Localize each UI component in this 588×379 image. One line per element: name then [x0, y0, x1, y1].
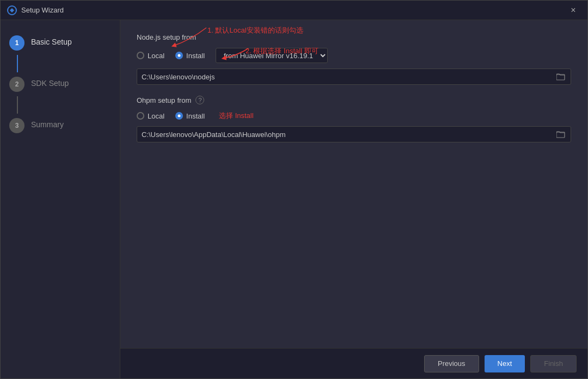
next-button[interactable]: Next	[485, 355, 525, 372]
annotation-region: 1. 默认Local安装错的话则勾选 Node.js setup from	[137, 33, 571, 85]
ohpm-local-radio[interactable]	[137, 112, 144, 120]
nodejs-install-option[interactable]: Install	[175, 52, 205, 60]
app-icon	[7, 5, 17, 15]
sidebar-item-basic-setup[interactable]: 1 Basic Setup	[1, 31, 120, 55]
ohpm-section: Ohpm setup from ? Local Install	[137, 96, 571, 142]
main-layout: 1 Basic Setup 2 SDK Setup 3 Summary	[1, 20, 587, 378]
step-2-label: SDK Setup	[31, 77, 69, 88]
ohpm-path-row	[137, 126, 571, 142]
ohpm-local-option[interactable]: Local	[137, 112, 164, 120]
title-bar: Setup Wizard ×	[1, 1, 587, 20]
ohpm-path-input[interactable]	[142, 131, 555, 139]
nodejs-path-row	[137, 69, 571, 85]
setup-wizard-window: Setup Wizard × 1 Basic Setup 2 SDK Setup	[0, 0, 588, 379]
ohpm-section-title: Ohpm setup from	[137, 96, 191, 104]
ohpm-folder-button[interactable]	[555, 129, 566, 139]
nodejs-section-title: Node.js setup from	[137, 33, 571, 41]
step-3-circle: 3	[9, 118, 24, 133]
title-bar-text: Setup Wizard	[21, 6, 566, 14]
step-2-circle: 2	[9, 77, 24, 92]
content-wrapper: 1. 默认Local安装错的话则勾选 Node.js setup from	[120, 20, 587, 378]
nodejs-local-option[interactable]: Local	[137, 52, 164, 60]
content-body: 1. 默认Local安装错的话则勾选 Node.js setup from	[120, 20, 587, 348]
finish-button[interactable]: Finish	[530, 355, 577, 372]
nodejs-local-radio[interactable]	[137, 52, 144, 59]
step-connector-1	[17, 55, 18, 72]
step-1-circle: 1	[9, 35, 24, 51]
ohpm-install-radio[interactable]	[175, 112, 183, 120]
previous-button[interactable]: Previous	[424, 355, 479, 372]
close-button[interactable]: ×	[566, 3, 581, 18]
ohpm-install-label: Install	[186, 112, 205, 120]
sidebar-item-sdk-setup[interactable]: 2 SDK Setup	[1, 72, 120, 96]
ohpm-install-hint: 选择 Install	[219, 111, 254, 121]
step-connector-2	[17, 96, 18, 114]
nodejs-folder-button[interactable]	[555, 72, 566, 82]
ohpm-help-icon[interactable]: ?	[195, 96, 204, 104]
ohpm-install-option[interactable]: Install	[175, 112, 205, 120]
ohpm-section-title-row: Ohpm setup from ?	[137, 96, 571, 104]
nodejs-path-input[interactable]	[142, 73, 555, 81]
nodejs-radio-group: Local Install from Huawei Mirror v16.19.…	[137, 48, 571, 63]
step-1-label: Basic Setup	[31, 35, 72, 46]
nodejs-install-radio[interactable]	[175, 52, 183, 59]
nodejs-local-label: Local	[148, 52, 164, 60]
ohpm-radio-group: Local Install 选择 Install	[137, 111, 571, 121]
step-3-label: Summary	[31, 118, 64, 129]
sidebar-item-summary[interactable]: 3 Summary	[1, 114, 120, 138]
bottom-bar: Previous Next Finish	[120, 348, 587, 378]
sidebar: 1 Basic Setup 2 SDK Setup 3 Summary	[1, 20, 120, 378]
ohpm-local-label: Local	[148, 112, 164, 120]
nodejs-install-label: Install	[186, 52, 205, 60]
nodejs-mirror-dropdown[interactable]: from Huawei Mirror v16.19.1	[216, 48, 328, 63]
